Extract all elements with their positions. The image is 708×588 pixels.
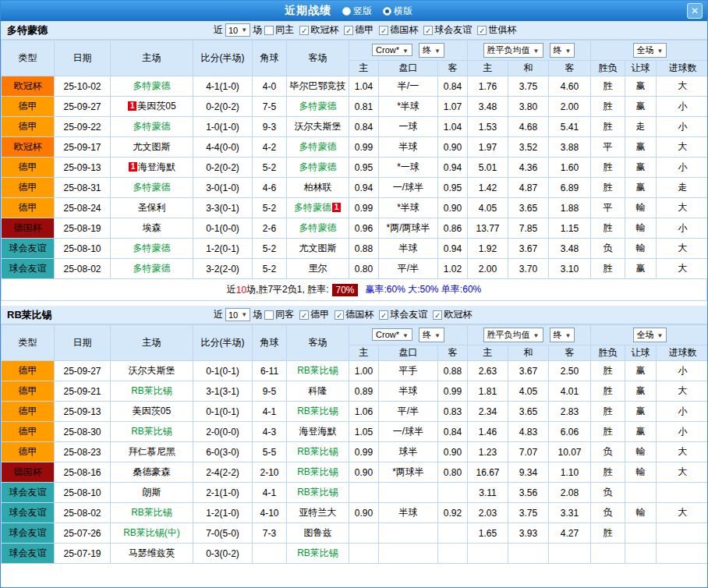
- home-team: RB莱比锡: [111, 503, 193, 523]
- match-date: 25-08-19: [55, 218, 111, 239]
- team-name-text: 桑德豪森: [133, 466, 171, 477]
- filter-checkbox-item[interactable]: 同客: [264, 308, 294, 321]
- team-name-text: 尤文图斯: [133, 141, 171, 152]
- odds-handicap: 半球: [379, 503, 438, 523]
- match-score: 0-1(0-1): [193, 402, 253, 422]
- away-team: RB莱比锡: [287, 361, 349, 381]
- team-name-text: 沃尔夫斯堡: [129, 365, 175, 376]
- avg-home-odds: 1.76: [468, 76, 508, 97]
- team-name-text: 马瑟维兹英: [129, 547, 175, 558]
- result-handicap: 赢: [625, 76, 657, 97]
- filter-checkbox-item[interactable]: ✓德甲: [344, 23, 373, 37]
- scope-dropdown[interactable]: 全场▼: [633, 328, 667, 342]
- result-outcome: 胜: [591, 76, 625, 97]
- view-option-selected[interactable]: 横版: [383, 5, 412, 18]
- home-team: 多特蒙德: [111, 239, 193, 259]
- red-card-badge: 1: [332, 203, 341, 212]
- odds-home: 1.00: [349, 361, 379, 381]
- close-icon[interactable]: ✕: [687, 3, 703, 19]
- filter-checkbox-item[interactable]: ✓德甲: [299, 308, 329, 321]
- corners-score: [253, 544, 287, 564]
- result-outcome: 胜: [591, 158, 625, 178]
- col-subheader: 进球数: [657, 345, 708, 361]
- avg-odds-dropdown[interactable]: 胜平负均值▼: [483, 328, 543, 342]
- result-goals: 小: [657, 422, 708, 442]
- avg-draw-odds: 4.36: [508, 158, 549, 178]
- odds-home: 0.96: [349, 218, 379, 239]
- avg-time-dropdown[interactable]: 终▼: [550, 43, 575, 58]
- avg-odds-dropdown[interactable]: 胜平负均值▼: [483, 43, 543, 58]
- odds-handicap: [379, 523, 438, 544]
- summary-count: 10: [236, 285, 246, 296]
- filter-checkbox-item[interactable]: ✓球会友谊: [423, 23, 472, 37]
- match-count-select[interactable]: 10▼: [225, 308, 250, 321]
- filter-checkbox-item[interactable]: 同主: [264, 23, 294, 37]
- away-team: RB莱比锡: [287, 442, 349, 462]
- filter-checkbox-item[interactable]: ✓球会友谊: [379, 308, 427, 321]
- corners-score: 4-1: [253, 402, 287, 422]
- win-rate-badge: 70%: [332, 284, 357, 296]
- match-count-select[interactable]: 10▼: [225, 23, 250, 37]
- table-row: 球会友谊25-08-10朗斯2-1(1-0)4-1RB莱比锡3.113.562.…: [2, 483, 708, 503]
- odds-home: 0.89: [349, 381, 379, 402]
- team-name-text: 多特蒙德: [299, 141, 337, 152]
- match-score: 4-4(0-0): [193, 137, 253, 158]
- odds-company-dropdown[interactable]: Crow*▼: [372, 328, 412, 341]
- match-date: 25-09-27: [55, 361, 111, 381]
- team-name-text: 尤文图斯: [299, 243, 337, 253]
- avg-time-dropdown[interactable]: 终▼: [550, 328, 575, 342]
- result-handicap: 赢: [625, 402, 657, 422]
- avg-draw-odds: 7.85: [508, 218, 549, 239]
- match-date: 25-08-30: [55, 422, 111, 442]
- odds-company-dropdown[interactable]: Crow*▼: [372, 44, 412, 56]
- filter-label: 欧冠杯: [310, 23, 338, 37]
- avg-home-odds: 4.05: [468, 198, 508, 218]
- team-name-text: 多特蒙德: [299, 222, 337, 233]
- filter-checkbox-item[interactable]: ✓世俱杯: [477, 23, 516, 37]
- odds-handicap: *半球: [379, 198, 438, 218]
- match-score: 7-0(5-0): [193, 523, 253, 544]
- match-score: 3-2(2-0): [193, 259, 253, 279]
- match-date: 25-08-23: [55, 442, 111, 462]
- col-subheader: 进球数: [657, 61, 708, 76]
- result-outcome: 胜: [591, 178, 625, 198]
- filter-bar: 近10▼场同主✓欧冠杯✓德甲✓德国杯✓球会友谊✓世俱杯: [211, 23, 522, 37]
- results-table: 类型日期主场比分(半场)角球客场Crow*▼终▼胜平负均值▼终▼全场▼主盘口客主…: [1, 324, 708, 564]
- recent-results-window: 近期战绩 竖版横版 ✕ 多特蒙德 近10▼场同主✓欧冠杯✓德甲✓德国杯✓球会友谊…: [0, 0, 708, 588]
- result-handicap: 輸: [625, 198, 657, 218]
- avg-home-odds: 1.92: [468, 239, 508, 259]
- filter-checkbox-item[interactable]: ✓欧冠杯: [433, 308, 472, 321]
- team-name-text: RB莱比锡: [297, 406, 338, 416]
- filter-checkbox-item[interactable]: ✓德国杯: [379, 23, 418, 37]
- filter-checkbox-item[interactable]: ✓德国杯: [335, 308, 373, 321]
- team-name-text: 埃森: [143, 222, 161, 233]
- col-header: 日期: [55, 325, 111, 361]
- col-subheader: 和: [508, 61, 549, 76]
- chevron-down-icon: ▼: [657, 332, 664, 339]
- odds-home: 1.05: [349, 422, 379, 442]
- odds-home: 0.88: [349, 239, 379, 259]
- odds-home: [349, 544, 379, 564]
- avg-draw-odds: 3.93: [508, 523, 549, 544]
- away-team: 多特蒙德: [287, 137, 349, 158]
- result-handicap: 赢: [625, 97, 657, 117]
- odds-home: 0.95: [349, 158, 379, 178]
- away-team: 图鲁兹: [287, 523, 349, 544]
- avg-home-odds: 3.11: [468, 483, 508, 503]
- team-name-text: 多特蒙德: [299, 161, 337, 172]
- scope-dropdown[interactable]: 全场▼: [633, 43, 667, 58]
- odds-time-dropdown[interactable]: 终▼: [419, 328, 444, 342]
- away-team: 海登海默: [287, 422, 349, 442]
- table-row: 德甲25-09-131海登海默0-2(0-2)5-2多特蒙德0.95*一球0.9…: [2, 158, 708, 178]
- filter-checkbox-item[interactable]: ✓欧冠杯: [299, 23, 338, 37]
- result-outcome: 胜: [591, 523, 625, 544]
- table-row: 球会友谊25-07-19马瑟维兹英0-3(0-2)RB莱比锡: [2, 544, 708, 564]
- avg-home-odds: 2.03: [468, 503, 508, 523]
- col-subheader: 和: [508, 345, 549, 361]
- odds-handicap: 球半: [379, 442, 438, 462]
- odds-away: 0.84: [438, 422, 468, 442]
- league-badge: 德甲: [2, 198, 55, 218]
- odds-time-dropdown[interactable]: 终▼: [419, 43, 444, 58]
- view-option-unselected[interactable]: 竖版: [342, 5, 372, 18]
- corners-score: 4-10: [253, 503, 287, 523]
